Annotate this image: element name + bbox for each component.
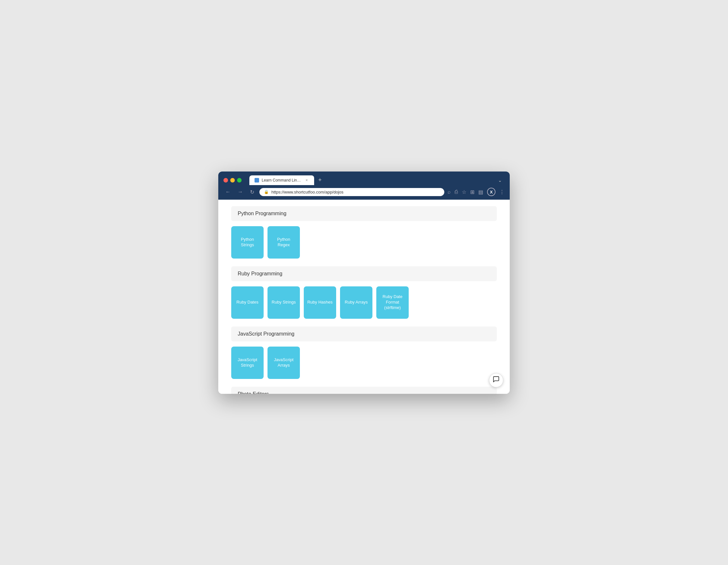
sidebar-icon[interactable]: ▤ [478,189,483,195]
close-window-button[interactable] [223,178,228,183]
minimize-window-button[interactable] [230,178,235,183]
dojo-card-ruby-arrays[interactable]: Ruby Arrays [340,286,372,319]
dojo-card-ruby-strings[interactable]: Ruby Strings [267,286,300,319]
content-area: Python ProgrammingPython StringsPython R… [218,200,510,394]
dojo-card-ruby-hashes[interactable]: Ruby Hashes [304,286,336,319]
section-title-ruby-programming: Ruby Programming [238,271,282,277]
chat-button[interactable] [489,373,503,387]
chat-icon [493,376,500,384]
address-input-wrap[interactable]: 🔒 https://www.shortcutfoo.com/app/dojos [259,188,444,196]
section-title-python-programming: Python Programming [238,211,286,216]
back-button[interactable]: ← [223,188,233,196]
tab-list-button[interactable]: ⌄ [495,176,505,184]
address-bar: ← → ↻ 🔒 https://www.shortcutfoo.com/app/… [218,185,510,200]
tab-label: Learn Command Line with spa [262,178,302,183]
section-header-python-programming: Python Programming [231,206,497,221]
address-actions: ⌕ ⎙ ☆ ⊞ ▤ X ⋮ [448,188,505,196]
search-icon[interactable]: ⌕ [448,189,451,195]
section-ruby-programming: Ruby ProgrammingRuby DatesRuby StringsRu… [231,266,497,319]
address-text: https://www.shortcutfoo.com/app/dojos [271,190,440,195]
tab-close-icon[interactable]: × [304,178,309,183]
maximize-window-button[interactable] [237,178,242,183]
new-tab-button[interactable]: + [315,176,324,185]
active-tab[interactable]: Learn Command Line with spa × [249,175,314,185]
section-python-programming: Python ProgrammingPython StringsPython R… [231,206,497,259]
lock-icon: 🔒 [264,190,269,194]
more-menu-icon[interactable]: ⋮ [499,189,505,195]
dojo-grid-python-programming: Python StringsPython Regex [231,226,497,259]
section-header-photo-editors: Photo Editors [231,387,497,394]
section-header-ruby-programming: Ruby Programming [231,266,497,281]
section-photo-editors: Photo EditorsPhotoshopSketch 3Illustrato… [231,387,497,394]
dojo-card-javascript-strings[interactable]: JavaScript Strings [231,346,264,379]
section-header-javascript-programming: JavaScript Programming [231,326,497,341]
bookmark-icon[interactable]: ☆ [462,189,466,195]
dojo-card-ruby-date-format[interactable]: Ruby Date Format (strftime) [376,286,409,319]
tab-bar: Learn Command Line with spa × + ⌄ [249,175,505,185]
reload-button[interactable]: ↻ [248,188,256,197]
dojo-grid-javascript-programming: JavaScript StringsJavaScript Arrays [231,346,497,379]
puzzle-icon[interactable]: ⊞ [470,189,474,195]
share-icon[interactable]: ⎙ [455,189,458,195]
window-controls [223,178,242,183]
dojo-card-python-strings[interactable]: Python Strings [231,226,264,259]
browser-window: Learn Command Line with spa × + ⌄ ← → ↻ … [218,172,510,394]
dojo-card-ruby-dates[interactable]: Ruby Dates [231,286,264,319]
section-title-javascript-programming: JavaScript Programming [238,331,294,336]
dojo-card-javascript-arrays[interactable]: JavaScript Arrays [267,346,300,379]
section-javascript-programming: JavaScript ProgrammingJavaScript Strings… [231,326,497,379]
title-bar: Learn Command Line with spa × + ⌄ ← → ↻ … [218,172,510,200]
title-bar-top: Learn Command Line with spa × + ⌄ [218,172,510,185]
profile-button[interactable]: X [487,188,495,196]
sections-container: Python ProgrammingPython StringsPython R… [231,206,497,394]
forward-button[interactable]: → [236,188,245,196]
dojo-grid-ruby-programming: Ruby DatesRuby StringsRuby HashesRuby Ar… [231,286,497,319]
section-title-photo-editors: Photo Editors [238,391,269,394]
tab-favicon [255,178,259,183]
dojo-card-python-regex[interactable]: Python Regex [267,226,300,259]
